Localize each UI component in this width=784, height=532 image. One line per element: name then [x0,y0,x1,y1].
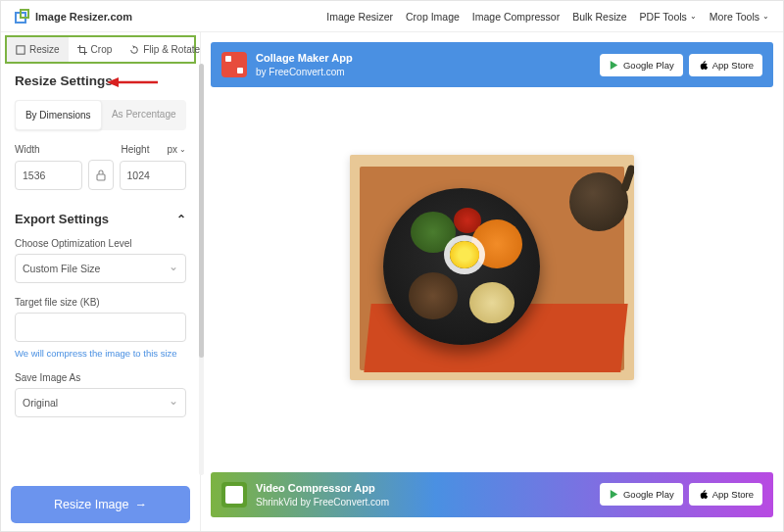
ad-bottom-title: Video Compressor App [256,481,389,496]
chevron-down-icon: ⌄ [690,12,697,21]
nav-more-tools[interactable]: More Tools⌄ [710,11,769,23]
ad-top-sub: by FreeConvert.com [256,66,353,79]
apple-icon [698,489,709,500]
nav-image-resizer[interactable]: Image Resizer [326,11,393,23]
apple-icon [698,60,709,71]
crop-icon [77,45,87,55]
ad-top-title: Collage Maker App [256,51,353,66]
chevron-down-icon: ⌄ [179,145,186,154]
logo-text: Image Resizer.com [35,11,132,23]
rotate-icon [129,45,139,55]
chevron-down-icon: ⌄ [762,12,769,21]
height-label: Height [122,144,150,155]
optimization-select[interactable] [15,254,186,283]
ad-banner-bottom[interactable]: Video Compressor App ShrinkVid by FreeCo… [211,472,773,517]
svg-marker-4 [611,61,617,70]
resize-settings-heading: Resize Settings [15,73,186,88]
google-play-button[interactable]: Google Play [600,483,683,506]
arrow-right-icon: → [134,498,147,511]
resize-icon [16,45,25,55]
app-store-button[interactable]: App Store [689,54,762,76]
logo-icon [15,9,30,24]
tab-flip-rotate[interactable]: Flip & Rotate [121,37,209,62]
nav-pdf-tools[interactable]: PDF Tools⌄ [640,11,697,23]
resize-image-button[interactable]: Resize Image → [11,486,190,523]
tool-tabs: Resize Crop Flip & Rotate [5,35,196,64]
ad-banner-top[interactable]: Collage Maker App by FreeConvert.com Goo… [211,42,773,87]
preview-image [350,155,634,380]
svg-rect-3 [97,174,105,180]
resize-mode-tabs: By Dimensions As Percentage [15,100,186,130]
save-as-select[interactable] [15,388,186,417]
optimization-label: Choose Optimization Level [15,238,186,249]
image-canvas[interactable] [211,93,773,441]
nav-crop-image[interactable]: Crop Image [406,11,460,23]
main-area: Collage Maker App by FreeConvert.com Goo… [201,32,783,531]
unit-selector[interactable]: px⌄ [167,144,186,155]
google-play-button[interactable]: Google Play [600,54,683,76]
app-header: Image Resizer.com Image Resizer Crop Ima… [1,1,783,32]
svg-rect-0 [17,45,24,53]
svg-marker-5 [611,490,617,499]
height-input[interactable] [120,161,187,190]
save-as-label: Save Image As [15,372,186,383]
tab-resize[interactable]: Resize [7,37,69,62]
nav-bulk-resize[interactable]: Bulk Resize [572,11,626,23]
chevron-up-icon: ⌃ [176,213,186,226]
collage-app-icon [221,52,247,77]
nav-image-compressor[interactable]: Image Compressor [472,11,560,23]
mode-as-percentage[interactable]: As Percentage [102,100,187,130]
video-app-icon [221,482,247,508]
aspect-lock-button[interactable] [88,160,114,190]
top-nav: Image Resizer Crop Image Image Compresso… [326,11,769,23]
google-play-icon [609,60,619,71]
ad-bottom-sub: ShrinkVid by FreeConvert.com [256,496,389,509]
width-label: Width [15,144,40,155]
mode-by-dimensions[interactable]: By Dimensions [15,100,102,130]
sidebar: Resize Crop Flip & Rotate Resize Setting… [1,32,201,531]
tab-crop[interactable]: Crop [69,37,122,62]
google-play-icon [609,489,619,500]
lock-icon [96,169,106,181]
target-size-label: Target file size (KB) [15,297,186,308]
app-store-button[interactable]: App Store [689,483,762,506]
target-size-input[interactable] [15,313,186,342]
logo[interactable]: Image Resizer.com [15,9,132,24]
target-size-hint: We will compress the image to this size [15,348,186,359]
export-settings-toggle[interactable]: Export Settings ⌃ [15,212,186,226]
width-input[interactable] [15,161,82,190]
